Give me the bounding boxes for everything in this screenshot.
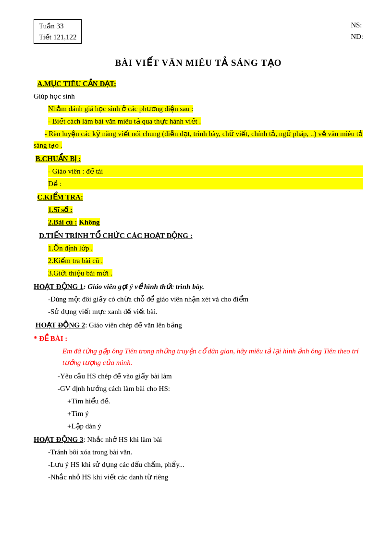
yeu-cau-hs: -Yêu cầu HS chép đề vào giấy bài làm [58, 370, 363, 382]
ns-label: NS: [351, 19, 363, 31]
hoat-dong-2-heading: HOẠT ĐỘNG 2: Giáo viên chép đề văn lên b… [34, 319, 363, 331]
hoat-dong-3: HOẠT ĐỘNG 3: Nhắc nhở HS khi làm bài -Tr… [34, 434, 363, 483]
giao-vien-label: - Giáo viên : đề tài [48, 165, 363, 177]
nhac-nho-hs: -Nhắc nhở HS khi viết các danh từ riêng [48, 471, 363, 483]
section-a-label: A.MỤC TIÊU CẦN ĐẠT: [34, 78, 363, 89]
hoat-dong-2: HOẠT ĐỘNG 2: Giáo viên chép đề văn lên b… [34, 319, 363, 331]
su-dung-viet: -Sử dụng viết mực xanh để viết bài. [48, 306, 363, 317]
lap-dan-y: +Lập dàn ý [67, 420, 363, 432]
header-box: Tuần 33 Tiết 121,122 [34, 19, 82, 44]
biet-cach: - Biết cách làm bài văn miêu tả qua thực… [48, 115, 363, 127]
section-d: D.TIẾN TRÌNH TỔ CHỨC CÁC HOẠT ĐỘNG : 1.Ổ… [34, 230, 363, 279]
gioi-thieu: 3.Giới thiệu bài mới . [48, 267, 363, 279]
hoat-dong-1: HOẠT ĐỘNG 1: Giáo viên gợi ý về hình thứ… [34, 281, 363, 317]
section-a: A.MỤC TIÊU CẦN ĐẠT: Giúp học sinh Nhằm đ… [34, 78, 363, 151]
main-title: BÀI VIẾT VĂN MIÊU TẢ SÁNG TẠO [34, 57, 363, 68]
section-d-label: D.TIẾN TRÌNH TỔ CHỨC CÁC HOẠT ĐỘNG : [34, 230, 363, 241]
ren-luyen: - Rèn luyện các kỹ năng viết nói chung (… [34, 128, 363, 151]
giup-hoc-sinh: Giúp học sinh [34, 90, 363, 102]
on-dinh: 1.Ổn định lớp . [48, 242, 363, 254]
tuan-label: Tuần 33 [39, 21, 76, 32]
tim-y: +Tìm ý [67, 408, 363, 419]
hoat-dong-1-heading: HOẠT ĐỘNG 1: Giáo viên gợi ý về hình thứ… [34, 281, 363, 292]
hoat-dong-3-heading: HOẠT ĐỘNG 3: Nhắc nhở HS khi làm bài [34, 434, 363, 445]
luu-y-hs: -Lưu ý HS khi sử dụng các dấu chấm, phẩy… [48, 459, 363, 470]
gv-dinh-huong: -GV định hướng cách làm bài cho HS: [58, 383, 363, 394]
tranh-boi-xoa: -Tránh bôi xóa trong bài văn. [48, 446, 363, 458]
de-bai-label: * ĐỀ BÀI : [34, 333, 363, 344]
section-b-label: B.CHUẨN BỊ : [34, 153, 363, 164]
de-label: Đề : [48, 178, 363, 189]
section-c-label: C.KIỂM TRA: [34, 191, 363, 203]
section-c: C.KIỂM TRA: 1.Sĩ số : 2.Bài cũ : Không [34, 191, 363, 228]
sub-items: -Yêu cầu HS chép đề vào giấy bài làm -GV… [34, 370, 363, 432]
de-bai-section: * ĐỀ BÀI : Em đã từng gặp ông Tiên trong… [34, 333, 363, 368]
header: Tuần 33 Tiết 121,122 NS: ND: [34, 19, 363, 48]
nham-danh-gia: Nhằm đánh giá học sinh ở các phương diện… [48, 103, 363, 114]
bai-cu: 2.Bài cũ : Không [48, 216, 363, 228]
kiem-tra: 2.Kiểm tra bài cũ . [48, 255, 363, 266]
section-b: B.CHUẨN BỊ : - Giáo viên : đề tài Đề : [34, 153, 363, 189]
dung-mot-doi: -Dùng một đôi giấy có chừa chỗ để giáo v… [48, 293, 363, 305]
tiet-label: Tiết 121,122 [39, 32, 76, 43]
de-bai-content: Em đã từng gặp ông Tiên trong những truy… [62, 345, 363, 368]
tim-hieu-de: +Tìm hiểu đề. [67, 395, 363, 407]
header-right: NS: ND: [351, 19, 363, 42]
nd-label: ND: [351, 31, 363, 42]
si-so: 1.Sĩ số : [48, 204, 363, 215]
